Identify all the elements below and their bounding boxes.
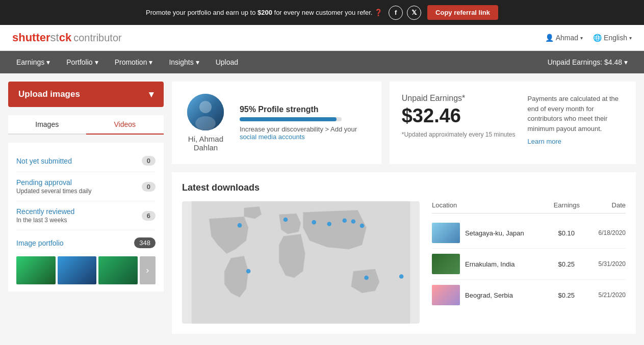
svg-point-4	[238, 223, 242, 228]
main-nav: Earnings ▾ Portfolio ▾ Promotion ▾ Insig…	[0, 51, 644, 73]
upload-btn-label: Upload images	[18, 89, 80, 99]
portfolio-row: Image portfolio 348	[16, 230, 156, 253]
recently-reviewed-left: Recently reviewed In the last 3 weeks	[16, 207, 74, 224]
downloads-layout: Location Earnings Date Setagaya-ku, Japa…	[182, 201, 626, 324]
recently-reviewed-row: Recently reviewed In the last 3 weeks 6	[16, 201, 156, 230]
language-caret-icon: ▾	[629, 35, 632, 41]
user-icon: 👤	[545, 34, 554, 42]
profile-card: Hi, Ahmad Dahlan 95% Profile strength In…	[172, 82, 381, 164]
main-content: Upload images ▾ Images Videos Not yet su…	[0, 73, 644, 342]
nav-unpaid-caret: ▾	[624, 58, 628, 66]
media-tabs: Images Videos	[8, 115, 164, 135]
col-earnings-header: Earnings	[539, 201, 580, 209]
tab-images[interactable]: Images	[8, 115, 86, 134]
nav-portfolio-caret: ▾	[95, 58, 98, 66]
map-svg	[182, 201, 420, 324]
download-row-2: Ernakulam, India $0.25 5/31/2020	[432, 249, 626, 280]
sidebar: Upload images ▾ Images Videos Not yet su…	[8, 82, 164, 334]
download-thumb-3	[432, 285, 460, 305]
profile-greeting: Hi, Ahmad Dahlan	[184, 135, 227, 152]
image-portfolio-link[interactable]: Image portfolio	[16, 239, 64, 247]
globe-icon: 🌐	[593, 34, 602, 42]
not-submitted-left: Not yet submitted	[16, 157, 72, 165]
svg-point-10	[351, 219, 356, 224]
copy-referral-button[interactable]: Copy referral link	[427, 5, 498, 20]
avatar	[187, 94, 224, 130]
svg-point-12	[364, 276, 369, 280]
pending-approval-row: Pending approval Updated several times d…	[16, 172, 156, 201]
right-content: Hi, Ahmad Dahlan 95% Profile strength In…	[172, 82, 636, 334]
download-date-3: 5/21/2020	[580, 291, 626, 299]
svg-point-11	[360, 224, 365, 228]
earnings-main: Unpaid Earnings* $32.46 *Updated approxi…	[402, 94, 516, 152]
earnings-title: Unpaid Earnings*	[402, 94, 516, 103]
col-location-header: Location	[432, 201, 539, 209]
logo-brand: shutterstck	[12, 31, 71, 44]
recently-reviewed-link[interactable]: Recently reviewed	[16, 207, 74, 216]
download-location-2: Ernakulam, India	[465, 260, 529, 268]
earnings-card: Unpaid Earnings* $32.46 *Updated approxi…	[390, 82, 636, 164]
profile-strength-section: 95% Profile strength Increase your disco…	[240, 105, 369, 141]
not-submitted-link[interactable]: Not yet submitted	[16, 157, 72, 165]
tab-videos-label: Videos	[114, 120, 136, 128]
pending-approval-left: Pending approval Updated several times d…	[16, 178, 91, 195]
col-date-header: Date	[580, 201, 626, 209]
progress-bar-fill	[240, 117, 337, 121]
facebook-icon[interactable]: f	[389, 6, 403, 20]
downloads-card: Latest downloads	[172, 172, 636, 334]
downloads-table: Location Earnings Date Setagaya-ku, Japa…	[432, 201, 626, 324]
portfolio-thumbnails: ›	[16, 256, 156, 284]
nav-item-upload[interactable]: Upload	[208, 51, 246, 73]
nav-upload-label: Upload	[216, 58, 238, 66]
svg-point-1	[199, 101, 212, 113]
logo: shutterstck contributor	[12, 31, 122, 44]
pending-approval-sub: Updated several times daily	[16, 188, 91, 195]
logo-contributor: contributor	[73, 32, 122, 44]
svg-point-5	[246, 269, 251, 274]
earnings-amount: $32.46	[402, 105, 516, 127]
download-thumb-2	[432, 254, 460, 274]
strength-sub: Increase your discoverability > Add your…	[240, 125, 369, 141]
svg-point-6	[284, 218, 288, 222]
nav-item-insights[interactable]: Insights ▾	[161, 51, 207, 73]
earnings-note: *Updated approximately every 15 minutes	[402, 131, 516, 138]
download-earnings-3: $0.25	[534, 291, 575, 299]
user-caret-icon: ▾	[580, 35, 583, 41]
header-right: 👤 Ahmad ▾ 🌐 English ▾	[545, 34, 632, 42]
svg-point-8	[327, 222, 331, 226]
nav-item-promotion[interactable]: Promotion ▾	[107, 51, 161, 73]
nav-insights-label: Insights	[169, 58, 193, 66]
download-date-2: 5/31/2020	[580, 260, 626, 268]
portfolio-count-badge: 348	[134, 237, 156, 248]
recently-reviewed-sub: In the last 3 weeks	[16, 217, 74, 224]
thumbnail-2[interactable]	[58, 256, 97, 284]
thumbnail-1[interactable]	[16, 256, 56, 284]
svg-point-2	[195, 116, 216, 130]
user-menu[interactable]: 👤 Ahmad ▾	[545, 34, 583, 42]
tab-images-label: Images	[35, 120, 59, 128]
nav-item-portfolio[interactable]: Portfolio ▾	[58, 51, 106, 73]
twitter-icon[interactable]: 𝕏	[407, 6, 421, 20]
nav-unpaid-earnings[interactable]: Unpaid Earnings: $4.48 ▾	[539, 51, 636, 73]
pending-approval-link[interactable]: Pending approval	[16, 178, 72, 187]
learn-more-link[interactable]: Learn more	[528, 138, 620, 145]
avatar-image	[187, 94, 224, 130]
downloads-title: Latest downloads	[182, 182, 626, 193]
tab-videos[interactable]: Videos	[86, 115, 164, 135]
recently-reviewed-badge: 6	[142, 211, 156, 221]
language-menu[interactable]: 🌐 English ▾	[593, 34, 632, 42]
svg-point-7	[312, 220, 316, 225]
social-media-link[interactable]: social media accounts	[240, 133, 305, 141]
profile-section: Hi, Ahmad Dahlan	[184, 94, 227, 152]
thumbnail-3[interactable]	[98, 256, 138, 284]
thumbnails-next-button[interactable]: ›	[140, 256, 156, 284]
nav-insights-caret: ▾	[196, 58, 199, 66]
nav-item-earnings[interactable]: Earnings ▾	[8, 51, 58, 73]
top-cards: Hi, Ahmad Dahlan 95% Profile strength In…	[172, 82, 636, 164]
not-submitted-row: Not yet submitted 0	[16, 150, 156, 172]
nav-unpaid-label: Unpaid Earnings: $4.48	[548, 58, 622, 66]
upload-images-button[interactable]: Upload images ▾	[8, 82, 164, 107]
banner-amount: $200	[257, 9, 272, 16]
not-submitted-badge: 0	[142, 156, 156, 166]
earnings-desc: Payments are calculated at the end of ev…	[528, 94, 620, 134]
